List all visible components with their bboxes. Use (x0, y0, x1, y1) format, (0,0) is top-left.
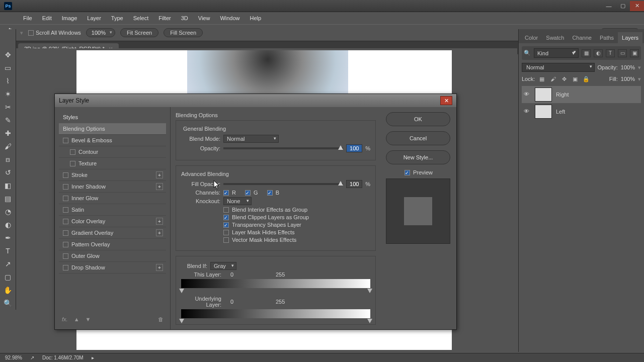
style-item[interactable]: Stroke+ (59, 169, 166, 181)
style-checkbox[interactable] (63, 196, 68, 201)
trash-icon[interactable]: 🗑 (158, 316, 164, 322)
zoom-tool-icon[interactable]: 🔍 (1, 297, 15, 310)
style-checkbox[interactable] (70, 149, 75, 155)
filter-kind-select[interactable]: Kind▾ (534, 48, 579, 58)
cancel-button[interactable]: Cancel (386, 131, 450, 145)
menu-layer[interactable]: Layer (82, 13, 106, 23)
add-effect-icon[interactable]: + (156, 171, 163, 178)
filter-shape-icon[interactable]: ▭ (618, 49, 627, 57)
style-item[interactable]: Color Overlay+ (59, 216, 166, 227)
tab-swatches[interactable]: Swatch (542, 32, 568, 43)
vector-mask-checkbox[interactable] (223, 237, 229, 243)
fx-icon[interactable]: fx. (62, 316, 68, 322)
dialog-titlebar[interactable]: Layer Style ✕ (55, 94, 456, 107)
visibility-icon[interactable]: 👁 (524, 91, 531, 98)
knockout-select[interactable]: None (223, 197, 252, 205)
add-effect-icon[interactable]: + (156, 218, 163, 225)
filter-type-icon[interactable]: T (606, 49, 615, 57)
add-effect-icon[interactable]: + (156, 229, 163, 236)
style-checkbox[interactable] (63, 265, 68, 270)
style-checkbox[interactable] (63, 207, 68, 213)
eyedropper-tool-icon[interactable]: ✎ (1, 114, 15, 127)
move-up-icon[interactable]: ▲ (74, 316, 79, 322)
fill-opacity-slider[interactable] (223, 183, 343, 185)
style-item[interactable]: Inner Shadow+ (59, 181, 166, 193)
layer-thumbnail[interactable] (535, 105, 552, 119)
eraser-tool-icon[interactable]: ◧ (1, 179, 15, 192)
style-item[interactable]: Texture (59, 158, 166, 169)
style-item[interactable]: Contour (59, 146, 166, 158)
channel-g-checkbox[interactable] (245, 190, 251, 196)
shape-tool-icon[interactable]: ▢ (1, 270, 15, 284)
dialog-close-button[interactable]: ✕ (440, 96, 452, 105)
preview-checkbox[interactable] (405, 170, 410, 175)
gradient-tool-icon[interactable]: ▤ (1, 192, 15, 205)
ok-button[interactable]: OK (386, 112, 450, 126)
blur-tool-icon[interactable]: ◔ (1, 205, 15, 218)
style-item[interactable]: Satin (59, 204, 166, 216)
fill-value[interactable]: 100% (621, 76, 635, 82)
menu-image[interactable]: Image (57, 13, 83, 23)
channel-b-checkbox[interactable] (267, 190, 273, 196)
fit-screen-button[interactable]: Fit Screen (120, 28, 158, 37)
style-checkbox[interactable] (63, 253, 68, 259)
hand-tool-icon[interactable]: ✋ (1, 284, 15, 297)
opacity-input[interactable]: 100 (346, 144, 362, 152)
tab-color[interactable]: Color (521, 32, 542, 43)
this-layer-gradient[interactable] (181, 279, 370, 288)
style-item[interactable]: Inner Glow (59, 193, 166, 204)
menu-view[interactable]: View (193, 13, 215, 23)
blend-clipped-checkbox[interactable] (223, 215, 229, 220)
style-checkbox[interactable] (70, 161, 75, 166)
blend-mode-select[interactable]: Normal (223, 135, 279, 143)
lock-transparent-icon[interactable]: ▦ (538, 75, 546, 83)
type-tool-icon[interactable]: T (1, 244, 15, 257)
add-effect-icon[interactable]: + (156, 264, 163, 271)
style-item[interactable]: Drop Shadow+ (59, 262, 166, 274)
tab-channels[interactable]: Channe (568, 32, 596, 43)
style-checkbox[interactable] (63, 230, 68, 236)
style-checkbox[interactable] (63, 172, 68, 178)
style-checkbox[interactable] (63, 184, 68, 190)
style-item[interactable]: Gradient Overlay+ (59, 227, 166, 239)
style-checkbox[interactable] (63, 242, 68, 247)
opacity-value[interactable]: 100% (621, 64, 635, 70)
menu-help[interactable]: Help (245, 13, 267, 23)
dodge-tool-icon[interactable]: ◐ (1, 218, 15, 231)
layer-row[interactable]: 👁 Right (522, 86, 641, 103)
layer-name[interactable]: Left (556, 109, 565, 115)
healing-tool-icon[interactable]: ✚ (1, 127, 15, 140)
style-item[interactable]: Blending Options (59, 123, 166, 135)
tab-paths[interactable]: Paths (596, 32, 618, 43)
crop-tool-icon[interactable]: ✂ (1, 101, 15, 114)
status-zoom[interactable]: 92.98% (5, 355, 22, 360)
scroll-all-checkbox[interactable]: Scroll All Windows (28, 30, 81, 36)
opacity-slider[interactable] (223, 147, 343, 149)
lock-artboard-icon[interactable]: ▣ (571, 75, 579, 83)
lasso-tool-icon[interactable]: ⌇ (1, 74, 15, 87)
menu-window[interactable]: Window (215, 13, 245, 23)
wand-tool-icon[interactable]: ✶ (1, 87, 15, 101)
layer-mask-checkbox[interactable] (223, 230, 229, 235)
style-checkbox[interactable] (63, 138, 68, 143)
style-checkbox[interactable] (63, 219, 68, 224)
layer-blend-mode-select[interactable]: Normal (522, 63, 595, 72)
new-style-button[interactable]: New Style... (386, 150, 450, 164)
menu-select[interactable]: Select (128, 13, 154, 23)
path-tool-icon[interactable]: ↗ (1, 257, 15, 270)
move-down-icon[interactable]: ▼ (86, 316, 91, 322)
blend-if-select[interactable]: Gray (210, 262, 236, 270)
blend-interior-checkbox[interactable] (223, 207, 229, 213)
style-item[interactable]: Pattern Overlay (59, 239, 166, 250)
filter-pixel-icon[interactable]: ▦ (582, 49, 591, 57)
brush-tool-icon[interactable]: 🖌 (1, 140, 15, 153)
style-item[interactable]: Bevel & Emboss (59, 135, 166, 146)
lock-pixels-icon[interactable]: 🖌 (549, 75, 557, 83)
export-icon[interactable]: ↗ (30, 355, 34, 360)
maximize-button[interactable]: ▢ (616, 1, 630, 11)
lock-position-icon[interactable]: ✥ (560, 75, 568, 83)
add-effect-icon[interactable]: + (156, 183, 163, 190)
stamp-tool-icon[interactable]: ⧈ (1, 153, 15, 166)
visibility-icon[interactable]: 👁 (524, 108, 531, 115)
zoom-combo[interactable]: 100% (86, 28, 115, 37)
